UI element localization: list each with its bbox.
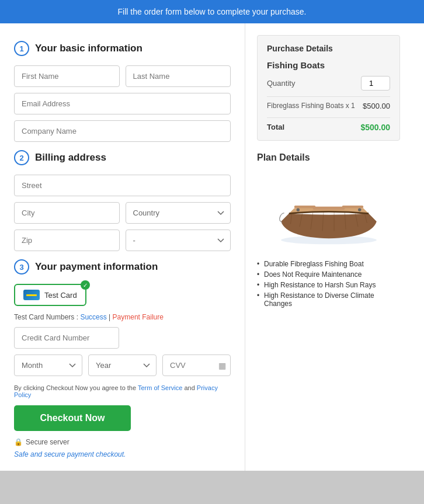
purchase-details-box: Purchase Details Fishing Boats Quantity … — [257, 35, 400, 141]
zip-input[interactable] — [14, 230, 120, 251]
company-field — [14, 120, 231, 142]
lock-icon: 🔒 — [14, 438, 23, 446]
first-name-field — [14, 65, 120, 87]
cvv-icon: ▦ — [218, 361, 226, 370]
item-price: $500.00 — [363, 102, 390, 110]
zip-state-row: - — [14, 230, 231, 251]
purchase-details-title: Purchase Details — [267, 44, 390, 53]
plan-feature-item: High Resistance to Harsh Sun Rays — [257, 280, 400, 290]
city-field — [14, 202, 120, 224]
email-row — [14, 93, 231, 114]
last-name-field — [126, 65, 231, 87]
card-icon-stripe — [26, 294, 37, 296]
safe-text: Safe and secure payment checkout. — [14, 449, 231, 459]
boat-svg — [270, 173, 387, 249]
test-card-label: Test Card Numbers : — [14, 313, 80, 321]
total-label: Total — [267, 123, 284, 132]
section1-header: 1 Your basic information — [14, 41, 231, 56]
last-name-input[interactable] — [126, 65, 231, 87]
cvv-field: ▦ — [162, 354, 231, 376]
email-field — [14, 93, 231, 114]
total-row: Total $500.00 — [267, 117, 390, 132]
country-field: Country — [126, 202, 231, 224]
svg-point-13 — [358, 208, 361, 211]
checkout-button[interactable]: Checkout Now — [14, 405, 131, 431]
section3-header: 3 Your payment information — [14, 259, 231, 274]
month-select[interactable]: Month — [14, 354, 82, 376]
plan-features: Durable Fibreglass Fishing BoatDoes Not … — [257, 259, 400, 309]
street-field — [14, 175, 231, 196]
secure-info: 🔒 Secure server — [14, 438, 231, 446]
country-select[interactable]: Country — [126, 202, 231, 224]
cc-row — [14, 327, 231, 349]
quantity-row: Quantity — [267, 76, 390, 91]
total-price: $500.00 — [360, 123, 390, 132]
state-select[interactable]: - — [126, 230, 231, 251]
section2-header: 2 Billing address — [14, 150, 231, 165]
quantity-input[interactable] — [361, 76, 390, 91]
month-field: Month — [14, 354, 82, 376]
year-select[interactable]: Year — [88, 354, 157, 376]
svg-rect-11 — [342, 206, 363, 208]
right-panel: Purchase Details Fishing Boats Quantity … — [245, 23, 412, 471]
company-row — [14, 120, 231, 142]
plan-details: Plan Details — [257, 152, 400, 309]
cc-input[interactable] — [14, 327, 119, 349]
state-field: - — [126, 230, 231, 251]
zip-field — [14, 230, 120, 251]
main-content: 1 Your basic information — [0, 23, 424, 471]
first-name-input[interactable] — [14, 65, 120, 87]
plan-feature-item: High Resistance to Diverse Climate Chang… — [257, 290, 400, 309]
card-label: Test Card — [44, 291, 77, 300]
quantity-label: Quantity — [267, 79, 295, 88]
company-input[interactable] — [14, 120, 231, 142]
city-input[interactable] — [14, 202, 120, 224]
svg-rect-10 — [294, 206, 315, 208]
svg-rect-9 — [312, 207, 345, 210]
product-name: Fishing Boats — [267, 60, 390, 70]
section1-title: Your basic information — [35, 43, 143, 54]
secure-label: Secure server — [26, 438, 69, 446]
plan-details-title: Plan Details — [257, 152, 400, 163]
email-input[interactable] — [14, 93, 231, 114]
card-icon — [23, 290, 40, 300]
failure-link[interactable]: Payment Failure — [113, 313, 164, 321]
payment-card-option[interactable]: Test Card ✓ — [14, 284, 86, 306]
city-country-row: Country — [14, 202, 231, 224]
boat-image — [257, 170, 400, 252]
section3-title: Your payment information — [35, 261, 158, 273]
item-name: Fibreglass Fishing Boats x 1 — [267, 102, 355, 110]
street-row — [14, 175, 231, 196]
test-card-numbers-row: Test Card Numbers : Success | Payment Fa… — [14, 313, 231, 321]
tos-link[interactable]: Term of Service — [138, 384, 182, 391]
cc-field — [14, 327, 231, 349]
expiry-cvv-row: Month Year ▦ — [14, 354, 231, 376]
page-wrapper: Fill the order form below to complete yo… — [0, 0, 424, 504]
svg-point-12 — [296, 208, 299, 211]
section1-number: 1 — [14, 41, 29, 56]
section2-number: 2 — [14, 150, 29, 165]
agreement-text: By clicking Checkout Now you agree to th… — [14, 384, 231, 398]
name-row — [14, 65, 231, 87]
year-field: Year — [88, 354, 157, 376]
section2-title: Billing address — [35, 152, 106, 164]
plan-feature-item: Durable Fibreglass Fishing Boat — [257, 259, 400, 269]
check-badge: ✓ — [81, 280, 90, 290]
top-banner: Fill the order form below to complete yo… — [0, 0, 424, 23]
street-input[interactable] — [14, 175, 231, 196]
item-row: Fibreglass Fishing Boats x 1 $500.00 — [267, 96, 390, 115]
success-link[interactable]: Success — [80, 313, 106, 321]
banner-text: Fill the order form below to complete yo… — [118, 7, 307, 16]
plan-feature-item: Does Not Require Maintenance — [257, 269, 400, 280]
section3-number: 3 — [14, 259, 29, 274]
left-panel: 1 Your basic information — [0, 23, 245, 471]
